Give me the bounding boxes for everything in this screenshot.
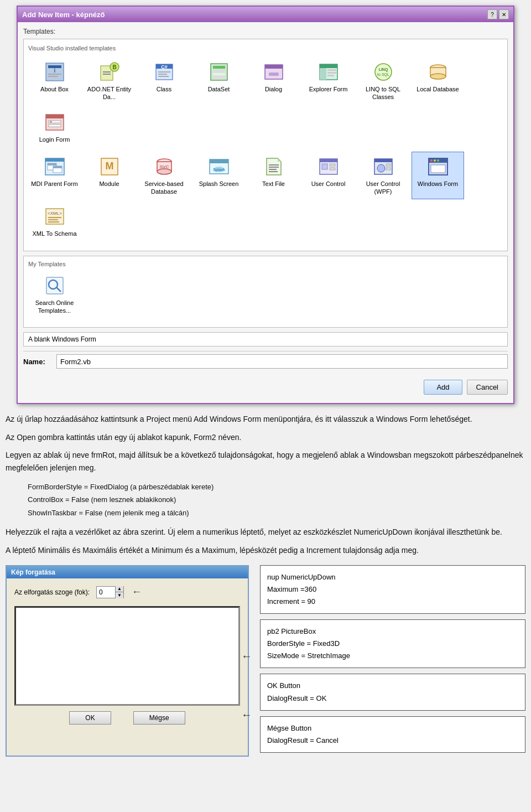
svg-text:i: i (54, 68, 55, 74)
user-control-icon (317, 156, 340, 178)
splash-screen-label: Splash Screen (199, 180, 239, 188)
template-ado-net[interactable]: B ADO.NET Entity Da... (83, 57, 136, 105)
class-label: Class (157, 85, 172, 93)
svg-text:<XML>: <XML> (48, 211, 62, 216)
svg-rect-59 (269, 164, 279, 165)
user-control-wpf-icon (372, 156, 394, 178)
template-windows-form[interactable]: Windows Form (412, 152, 464, 200)
description-text: A blank Windows Form (28, 335, 96, 343)
template-dialog[interactable]: Dialog (247, 57, 300, 105)
form-ok-button[interactable]: OK (69, 711, 111, 725)
form-preview-titlebar: Kép forgatása (7, 566, 248, 578)
close-button[interactable]: ✕ (499, 9, 509, 19)
template-grid: i About Box B (28, 57, 503, 147)
template-about-box[interactable]: i About Box (28, 57, 81, 105)
code-block: FormBorderStyle = FixedDialog (a párbesz… (28, 480, 503, 519)
help-button[interactable]: ? (487, 9, 497, 19)
dialog-titlebar: Add New Item - képnéző ? ✕ (18, 7, 513, 22)
svg-rect-42 (45, 158, 64, 162)
svg-rect-71 (386, 164, 391, 166)
service-db-icon: SVC (153, 156, 175, 178)
template-class[interactable]: C# Class (138, 57, 190, 105)
template-search-online[interactable]: Search Online Templates... (28, 271, 81, 319)
svg-rect-65 (322, 164, 327, 169)
dialog-footer: Add Cancel (23, 377, 508, 397)
article-paragraph3: Legyen az ablak új neve frmRot, majd áll… (6, 449, 525, 474)
template-user-control-wpf[interactable]: User Control (WPF) (357, 152, 409, 200)
svg-point-77 (437, 159, 439, 162)
linq-sql-icon: LINQ to SQL (372, 61, 394, 83)
svg-rect-25 (320, 64, 337, 68)
spin-down-button[interactable]: ▼ (116, 592, 123, 598)
class-icon: C# (153, 61, 175, 83)
svg-text:B: B (112, 64, 116, 70)
article-paragraph1: Az új űrlap hozzáadásához kattintsunk a … (6, 413, 525, 425)
svg-point-30 (375, 64, 392, 80)
form-megse-button[interactable]: Mégse (133, 711, 185, 725)
cancel-button[interactable]: Cancel (467, 380, 508, 395)
info-ok-line1: OK Button (267, 680, 518, 692)
form-preview-body: Az elforgatás szoge (fok): 0 ▲ ▼ ← ← (7, 578, 248, 756)
template-linq-sql[interactable]: LINQ to SQL LINQ to SQL Classes (357, 57, 409, 105)
form-label: Az elforgatás szoge (fok): (14, 588, 92, 596)
info-box-ok: OK Button DialogResult = OK (260, 674, 525, 710)
local-database-label: Local Database (417, 85, 459, 93)
svg-rect-27 (327, 69, 336, 71)
svg-point-51 (157, 169, 171, 174)
dialog-title: Add New Item - képnéző (22, 11, 105, 19)
svg-rect-14 (158, 74, 167, 75)
xml-schema-label: XML To Schema (32, 230, 76, 237)
template-splash-screen[interactable]: Splash Splash Screen (192, 152, 245, 200)
svg-rect-39 (49, 125, 61, 127)
svg-rect-29 (327, 75, 334, 76)
dataset-label: DataSet (208, 85, 230, 93)
login-form-icon (44, 111, 66, 133)
template-service-db[interactable]: SVC Service-based Database (138, 152, 190, 200)
windows-form-icon (427, 156, 449, 178)
svg-rect-72 (386, 168, 391, 170)
dialog-content: Templates: Visual Studio installed templ… (18, 22, 513, 403)
description-bar: A blank Windows Form (23, 332, 508, 346)
template-module[interactable]: M Module (83, 152, 136, 200)
search-online-label: Search Online Templates... (31, 299, 78, 315)
template-explorer-form[interactable]: Explorer Form (302, 57, 355, 105)
user-control-wpf-label: User Control (WPF) (360, 180, 407, 196)
template-login-form[interactable]: Login Form (28, 107, 81, 147)
form-preview-section: Kép forgatása Az elforgatás szoge (fok):… (6, 565, 525, 757)
template-dataset[interactable]: DataSet (192, 57, 245, 105)
svg-rect-20 (213, 76, 225, 79)
svg-rect-26 (320, 68, 326, 80)
template-user-control[interactable]: User Control (302, 152, 355, 200)
template-xml-schema[interactable]: <XML> XML To Schema (28, 201, 81, 241)
numeric-value: 0 (97, 587, 115, 597)
module-label: Module (99, 180, 119, 188)
spin-up-button[interactable]: ▲ (116, 586, 123, 593)
svg-point-35 (430, 74, 446, 79)
svg-rect-13 (158, 71, 170, 73)
splash-screen-icon: Splash (208, 156, 230, 178)
info-pb2-line2: BorderStyle = Fixed3D (267, 638, 518, 650)
add-button[interactable]: Add (424, 380, 462, 395)
name-input[interactable] (56, 354, 508, 369)
template-local-database[interactable]: Local Database (412, 57, 464, 105)
template-text-file[interactable]: Text File (247, 152, 300, 200)
numeric-row: Az elforgatás szoge (fok): 0 ▲ ▼ ← (14, 586, 240, 598)
svg-rect-44 (48, 163, 56, 165)
svg-rect-64 (320, 159, 337, 162)
local-database-icon (427, 61, 449, 83)
mdi-parent-label: MDI Parent Form (31, 180, 77, 188)
info-megse-line1: Mégse Button (267, 722, 518, 735)
svg-rect-83 (48, 221, 59, 223)
svg-rect-28 (327, 72, 336, 74)
template-mdi-parent[interactable]: MDI Parent Form (28, 152, 81, 200)
info-boxes: nup NumericUpDown Maximum =360 Increment… (260, 565, 525, 753)
svg-rect-8 (103, 71, 111, 73)
code-line3: ShowInTaskbar = False (nem jelenik meg a… (28, 506, 503, 519)
svg-rect-54 (210, 159, 228, 163)
windows-form-label: Windows Form (418, 180, 458, 188)
article: Az új űrlap hozzáadásához kattintsunk a … (6, 413, 525, 556)
svg-point-76 (434, 159, 436, 162)
user-control-label: User Control (311, 180, 346, 188)
svg-text:M: M (105, 161, 113, 172)
numeric-updown[interactable]: 0 ▲ ▼ (96, 586, 124, 598)
